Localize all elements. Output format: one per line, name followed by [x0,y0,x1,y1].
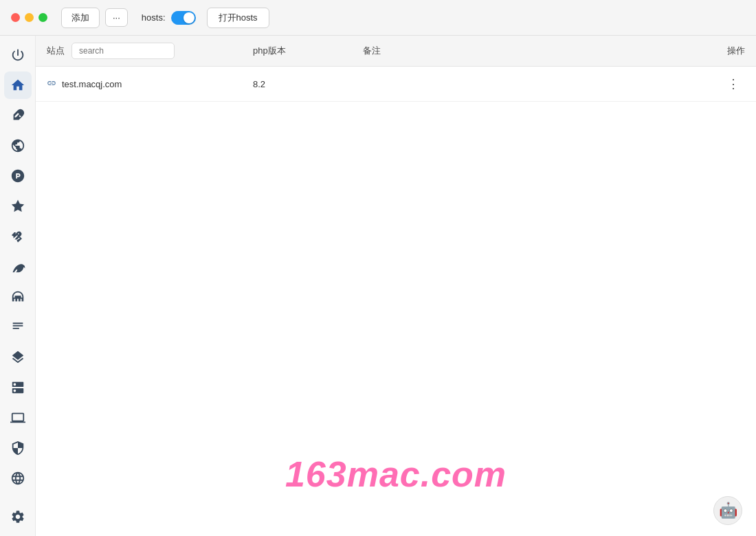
sidebar-item-rocket[interactable] [4,223,32,250]
sidebar-item-elephant[interactable] [4,283,32,311]
m-icon [10,320,25,335]
traffic-lights [11,13,47,22]
close-button[interactable] [11,13,20,22]
titlebar-actions: 添加 ··· hosts: 打开hosts [61,8,269,28]
sidebar-item-m[interactable] [4,313,32,341]
hosts-toggle-switch[interactable] [171,11,196,25]
sidebar-item-feather[interactable] [4,102,32,129]
sidebar-item-globe[interactable] [4,465,32,492]
sidebar-item-power[interactable] [4,41,32,69]
titlebar: 添加 ··· hosts: 打开hosts [0,0,756,36]
php-icon [10,168,25,183]
tool-icon [10,199,25,214]
rocket-icon [10,229,25,244]
row-more-button[interactable]: ⋮ [722,75,745,93]
home-icon [10,78,25,93]
more-button[interactable]: ··· [105,8,128,27]
feather-icon [10,108,25,123]
sidebar-item-dns[interactable] [4,374,32,401]
robot-button[interactable]: 🤖 [713,496,742,525]
fullscreen-button[interactable] [38,13,47,22]
ftp-icon [10,410,25,425]
sidebar-item-php[interactable] [4,162,32,190]
elephant-icon [10,289,25,304]
hosts-toggle[interactable] [171,11,196,25]
leaf-icon [10,259,25,274]
open-hosts-button[interactable]: 打开hosts [207,8,269,28]
sidebar-item-tool[interactable] [4,192,32,220]
sidebar-item-layers[interactable] [4,344,32,371]
sidebar-item-ftp[interactable] [4,404,32,432]
sidebar-item-g[interactable] [4,132,32,159]
shield-icon [10,440,25,456]
g-icon [10,138,25,153]
sidebar-item-leaf[interactable] [4,253,32,280]
col-action-header: 操作 [690,45,745,57]
sidebar-item-settings[interactable] [4,503,32,531]
col-note-header: 备注 [363,45,690,57]
layers-icon [10,350,25,365]
row-site: test.macqj.com [47,78,253,90]
content-area: 站点 php版本 备注 操作 test.macqj.com 8.2 ⋮ 163m… [36,36,756,536]
globe-icon [10,471,25,486]
col-site-header: 站点 [47,43,253,59]
watermark: 163mac.com [285,454,507,495]
link-icon [47,78,56,90]
site-name: test.macqj.com [62,79,122,89]
sidebar-item-home[interactable] [4,71,32,99]
col-site-label: 站点 [47,45,65,57]
dns-icon [10,380,25,395]
hosts-label: hosts: [142,12,166,23]
row-php: 8.2 [253,79,363,89]
table-row: test.macqj.com 8.2 ⋮ [36,67,756,102]
sidebar [0,36,36,536]
power-icon [10,47,25,63]
col-php-header: php版本 [253,45,363,57]
minimize-button[interactable] [25,13,34,22]
add-button[interactable]: 添加 [61,8,100,28]
settings-icon [10,509,25,524]
search-input[interactable] [71,43,175,59]
table-header: 站点 php版本 备注 操作 [36,36,756,67]
sidebar-item-shield[interactable] [4,434,32,462]
row-action: ⋮ [690,75,745,93]
main-layout: 站点 php版本 备注 操作 test.macqj.com 8.2 ⋮ 163m… [0,36,756,536]
